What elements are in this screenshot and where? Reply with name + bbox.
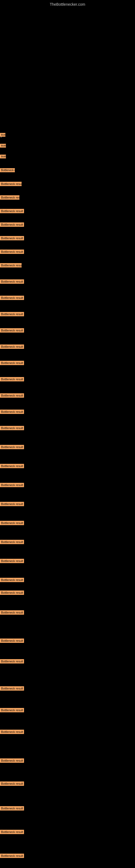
bottleneck-label-row: Bottleneck result <box>0 393 24 399</box>
bottleneck-label-row: Bottleneck result <box>0 686 24 692</box>
bottleneck-label: Bottleneck result <box>0 426 24 430</box>
bottleneck-label: Bottleneck result <box>0 445 24 449</box>
bottleneck-label: Bottleneck result <box>0 410 24 414</box>
bottleneck-label: Bottleneck result <box>0 168 15 172</box>
bottleneck-label-row: Bottleneck result <box>0 610 24 616</box>
bottleneck-label: Bottleneck result <box>0 578 24 582</box>
bottleneck-label-row: Bottleneck result <box>0 250 24 255</box>
bottleneck-label-row: Bottleneck result <box>0 854 24 859</box>
bottleneck-label: Bottleneck result <box>0 854 24 858</box>
bottleneck-label: Bottleneck result <box>0 361 24 365</box>
bottleneck-label: Bottleneck result <box>0 344 24 349</box>
bottleneck-label-row: Bottleneck result <box>0 312 24 317</box>
bottleneck-label: Bottleneck result <box>0 250 24 254</box>
bottleneck-label: Bottleneck result <box>0 806 24 810</box>
bottleneck-label: Bottleneck result <box>0 639 24 643</box>
bottleneck-label-row: Bottleneck result <box>0 222 24 228</box>
bottleneck-label-row: Bottleneck result <box>0 344 24 350</box>
bottleneck-label: Bottleneck result <box>0 155 6 158</box>
bottleneck-label: Bottleneck result <box>0 133 5 137</box>
bottleneck-label-row: Bottleneck result <box>0 590 24 596</box>
bottleneck-label: Bottleneck result <box>0 483 24 487</box>
bottleneck-label: Bottleneck result <box>0 279 24 284</box>
bottleneck-label: Bottleneck result <box>0 377 24 381</box>
bottleneck-label: Bottleneck result <box>0 610 24 615</box>
bottleneck-label-row: Bottleneck result <box>0 144 6 149</box>
bottleneck-label-row: Bottleneck result <box>0 209 24 214</box>
bottleneck-label: Bottleneck result <box>0 328 24 333</box>
bottleneck-label-row: Bottleneck result <box>0 559 24 564</box>
bottleneck-label: Bottleneck result <box>0 502 24 506</box>
bottleneck-label: Bottleneck result <box>0 559 24 563</box>
bottleneck-label-row: Bottleneck result <box>0 133 5 138</box>
bottleneck-label-row: Bottleneck result <box>0 361 24 366</box>
bottleneck-label: Bottleneck result <box>0 222 24 227</box>
bottleneck-label-row: Bottleneck result <box>0 426 24 431</box>
bottleneck-label: Bottleneck result <box>0 144 6 148</box>
bottleneck-label-row: Bottleneck result <box>0 168 15 173</box>
bottleneck-label-row: Bottleneck result <box>0 328 24 334</box>
bottleneck-label-row: Bottleneck result <box>0 781 24 787</box>
bottleneck-label: Bottleneck result <box>0 236 24 240</box>
bottleneck-label-row: Bottleneck result <box>0 502 24 507</box>
bottleneck-label-row: Bottleneck result <box>0 806 24 812</box>
bottleneck-label-row: Bottleneck result <box>0 296 24 301</box>
bottleneck-label: Bottleneck result <box>0 521 24 525</box>
bottleneck-label-row: Bottleneck result <box>0 578 24 583</box>
bottleneck-label-row: Bottleneck result <box>0 155 6 159</box>
bottleneck-label-row: Bottleneck result <box>0 182 21 187</box>
bottleneck-label-row: Bottleneck result <box>0 464 24 469</box>
bottleneck-label-row: Bottleneck result <box>0 521 24 526</box>
bottleneck-label: Bottleneck result <box>0 312 24 316</box>
bottleneck-label-row: Bottleneck result <box>0 639 24 644</box>
bottleneck-label-row: Bottleneck result <box>0 830 24 835</box>
bottleneck-label: Bottleneck result <box>0 781 24 786</box>
bottleneck-label-row: Bottleneck result <box>0 279 24 285</box>
bottleneck-label: Bottleneck result <box>0 263 21 268</box>
bottleneck-label: Bottleneck result <box>0 659 24 663</box>
bottleneck-label: Bottleneck result <box>0 195 19 199</box>
bottleneck-label: Bottleneck result <box>0 393 24 398</box>
bottleneck-label: Bottleneck result <box>0 708 24 712</box>
bottleneck-label: Bottleneck result <box>0 730 24 734</box>
bottleneck-label-row: Bottleneck result <box>0 708 24 713</box>
bottleneck-label: Bottleneck result <box>0 686 24 691</box>
bottleneck-label: Bottleneck result <box>0 540 24 544</box>
bottleneck-label-row: Bottleneck result <box>0 758 24 764</box>
bottleneck-label-row: Bottleneck result <box>0 483 24 488</box>
bottleneck-label-row: Bottleneck result <box>0 410 24 415</box>
bottleneck-label: Bottleneck result <box>0 830 24 834</box>
bottleneck-label-row: Bottleneck result <box>0 263 21 269</box>
bottleneck-label: Bottleneck result <box>0 464 24 468</box>
bottleneck-label: Bottleneck result <box>0 296 24 300</box>
bottleneck-label-row: Bottleneck result <box>0 445 24 450</box>
bottleneck-label-row: Bottleneck result <box>0 730 24 735</box>
bottleneck-label-row: Bottleneck result <box>0 195 19 201</box>
bottleneck-label-row: Bottleneck result <box>0 540 24 545</box>
bottleneck-label-row: Bottleneck result <box>0 659 24 664</box>
bottleneck-label: Bottleneck result <box>0 209 24 213</box>
bottleneck-label: Bottleneck result <box>0 590 24 595</box>
site-title: TheBottlenecker.com <box>0 0 135 8</box>
bottleneck-label-row: Bottleneck result <box>0 236 24 241</box>
bottleneck-label-row: Bottleneck result <box>0 377 24 382</box>
bottleneck-label: Bottleneck result <box>0 182 21 186</box>
bottleneck-label: Bottleneck result <box>0 758 24 763</box>
